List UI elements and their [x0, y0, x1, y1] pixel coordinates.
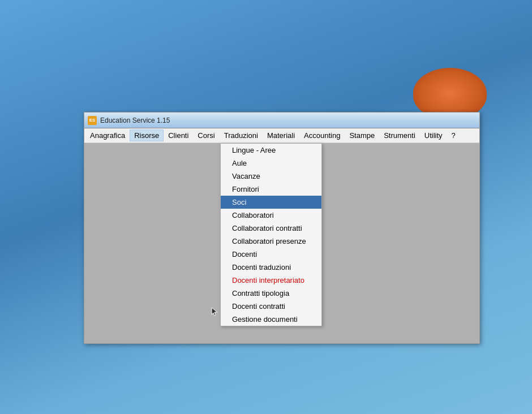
dropdown-item-contratti-tipologia[interactable]: Contratti tipologia — [221, 287, 321, 300]
dropdown-item-gestione-documenti[interactable]: Gestione documenti — [221, 313, 321, 326]
window-title: Education Service 1.15 — [100, 117, 170, 124]
desktop: ES Education Service 1.15 Anagrafica Ris… — [0, 0, 532, 414]
dropdown-item-collaboratori[interactable]: Collaboratori — [221, 209, 321, 222]
dropdown-item-docenti-contratti[interactable]: Docenti contratti — [221, 300, 321, 313]
menu-traduzioni[interactable]: Traduzioni — [220, 130, 263, 141]
menu-stampe[interactable]: Stampe — [345, 130, 379, 141]
menu-bar: Anagrafica Risorse Clienti Corsi Traduzi… — [84, 128, 479, 143]
dropdown-item-lingue-aree[interactable]: Lingue - Aree — [221, 144, 321, 157]
menu-corsi[interactable]: Corsi — [193, 130, 219, 141]
dropdown-item-aule[interactable]: Aule — [221, 157, 321, 170]
menu-anagrafica[interactable]: Anagrafica — [85, 130, 130, 141]
dropdown-item-docenti-traduzioni[interactable]: Docenti traduzioni — [221, 261, 321, 274]
menu-clienti[interactable]: Clienti — [164, 130, 193, 141]
menu-accounting[interactable]: Accounting — [299, 130, 345, 141]
dropdown-risorse: Lingue - Aree Aule Vacanze Fornitori Soc… — [220, 143, 322, 326]
app-icon: ES — [88, 116, 97, 125]
dropdown-item-vacanze[interactable]: Vacanze — [221, 170, 321, 183]
menu-help[interactable]: ? — [447, 130, 460, 141]
dropdown-item-soci[interactable]: Soci — [221, 196, 321, 209]
app-window: ES Education Service 1.15 Anagrafica Ris… — [84, 112, 480, 344]
title-bar: ES Education Service 1.15 — [84, 113, 479, 128]
menu-strumenti[interactable]: Strumenti — [379, 130, 420, 141]
dropdown-item-collaboratori-contratti[interactable]: Collaboratori contratti — [221, 222, 321, 235]
menu-risorse[interactable]: Risorse — [130, 130, 164, 141]
dropdown-item-collaboratori-presenze[interactable]: Collaboratori presenze — [221, 235, 321, 248]
dropdown-item-docenti[interactable]: Docenti — [221, 248, 321, 261]
dropdown-item-docenti-interpretariato[interactable]: Docenti interpretariato — [221, 274, 321, 287]
menu-utility[interactable]: Utility — [420, 130, 447, 141]
menu-materiali[interactable]: Materiali — [263, 130, 299, 141]
dropdown-item-fornitori[interactable]: Fornitori — [221, 183, 321, 196]
decorative-blob — [413, 68, 487, 119]
